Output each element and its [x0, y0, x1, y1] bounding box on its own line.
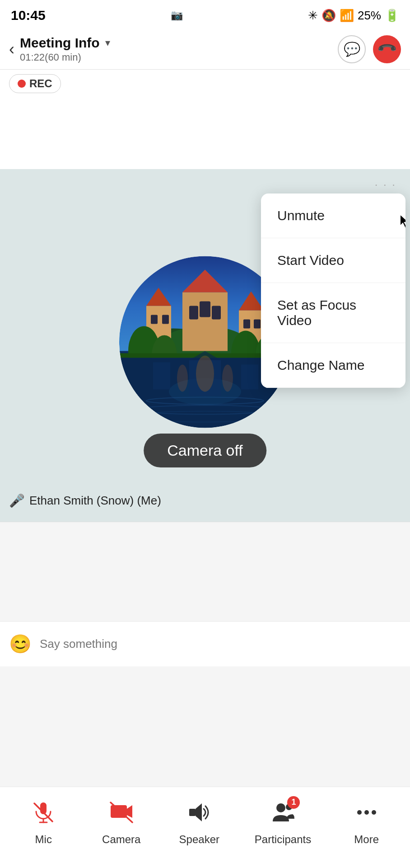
menu-item-set-focus[interactable]: Set as Focus Video — [261, 283, 405, 343]
meeting-duration: 01:22(60 min) — [20, 52, 110, 63]
nav-left: ‹ Meeting Info ▾ 01:22(60 min) — [9, 35, 110, 63]
svg-rect-12 — [189, 306, 198, 319]
status-right: ✳ 🔕 📶 25% 🔋 — [308, 9, 399, 23]
svg-point-34 — [177, 364, 188, 392]
mic-button[interactable]: Mic — [21, 801, 66, 846]
chat-input[interactable] — [40, 637, 401, 651]
rec-dot — [18, 80, 26, 88]
svg-rect-13 — [212, 306, 221, 319]
participants-label: Participants — [255, 833, 311, 846]
svg-rect-9 — [162, 315, 169, 324]
menu-item-unmute[interactable]: Unmute — [261, 193, 405, 238]
participants-icon: 1 — [271, 801, 294, 830]
middle-space — [0, 522, 410, 621]
participant-name-bar: 🎤 Ethan Smith (Snow) (Me) — [9, 493, 161, 508]
speaker-icon — [187, 801, 211, 830]
screenshot-icon: 📷 — [171, 9, 183, 21]
svg-rect-43 — [189, 809, 196, 816]
menu-item-start-video[interactable]: Start Video — [261, 238, 405, 283]
status-bar: 10:45 📷 ✳ 🔕 📶 25% 🔋 — [0, 0, 410, 29]
nav-right: 💬 📞 — [338, 35, 401, 63]
nav-bar: ‹ Meeting Info ▾ 01:22(60 min) 💬 📞 — [0, 29, 410, 70]
svg-rect-8 — [151, 315, 158, 324]
bluetooth-icon: ✳ — [308, 9, 318, 23]
end-call-icon: 📞 — [376, 38, 398, 60]
status-time: 10:45 — [11, 8, 46, 23]
mic-label: Mic — [35, 833, 52, 846]
svg-point-48 — [364, 810, 369, 815]
wifi-icon: 📶 — [340, 9, 354, 23]
end-call-button[interactable]: 📞 — [373, 35, 401, 63]
meeting-info-block: Meeting Info ▾ 01:22(60 min) — [20, 35, 110, 63]
svg-point-33 — [196, 355, 214, 392]
speaker-label: Speaker — [179, 833, 219, 846]
camera-button[interactable]: Camera — [99, 801, 144, 846]
svg-rect-17 — [243, 319, 250, 328]
mic-icon — [32, 801, 55, 830]
silent-icon: 🔕 — [321, 9, 336, 23]
participants-button[interactable]: 1 Participants — [255, 801, 311, 846]
chat-input-area: 😊 — [0, 621, 410, 666]
more-label: More — [354, 833, 379, 846]
bottom-bar: Mic Camera Speaker — [0, 787, 410, 868]
camera-label: Camera — [102, 833, 140, 846]
svg-point-35 — [222, 364, 233, 392]
svg-point-49 — [372, 810, 376, 815]
participant-count: 1 — [287, 796, 300, 809]
three-dots-button[interactable]: · · · — [375, 178, 396, 191]
meeting-title: Meeting Info — [20, 35, 100, 51]
camera-off-text: Camera off — [167, 442, 243, 459]
battery-icon: 🔋 — [385, 9, 399, 23]
back-button[interactable]: ‹ — [9, 40, 14, 59]
more-button[interactable]: More — [344, 801, 389, 846]
rec-label: REC — [29, 77, 52, 90]
dropdown-icon[interactable]: ▾ — [105, 37, 110, 49]
svg-point-47 — [357, 810, 362, 815]
svg-rect-28 — [153, 362, 170, 389]
menu-item-change-name[interactable]: Change Name — [261, 343, 405, 388]
dots-icon: · · · — [375, 178, 396, 190]
emoji-button[interactable]: 😊 — [9, 633, 32, 655]
top-space — [0, 70, 410, 169]
svg-marker-44 — [196, 803, 202, 821]
svg-rect-18 — [254, 319, 261, 328]
status-icons: 📷 — [171, 9, 183, 21]
participant-name-text: Ethan Smith (Snow) (Me) — [29, 494, 161, 508]
chat-icon: 💬 — [344, 41, 360, 57]
video-container: · · · Unmute Start Video Set as Focus Vi… — [0, 169, 410, 522]
camera-off-badge: Camera off — [144, 434, 266, 467]
svg-rect-29 — [241, 364, 258, 389]
more-icon — [355, 801, 378, 830]
svg-marker-41 — [127, 805, 132, 818]
rec-badge: REC — [9, 74, 61, 93]
chat-button[interactable]: 💬 — [338, 35, 366, 63]
context-menu: Unmute Start Video Set as Focus Video Ch… — [261, 193, 405, 388]
camera-icon — [109, 801, 134, 830]
svg-rect-10 — [182, 292, 228, 351]
speaker-button[interactable]: Speaker — [177, 801, 222, 846]
muted-icon: 🎤 — [9, 493, 25, 508]
svg-point-45 — [276, 803, 285, 812]
battery-percent: 25% — [358, 9, 381, 23]
svg-rect-14 — [200, 301, 210, 317]
